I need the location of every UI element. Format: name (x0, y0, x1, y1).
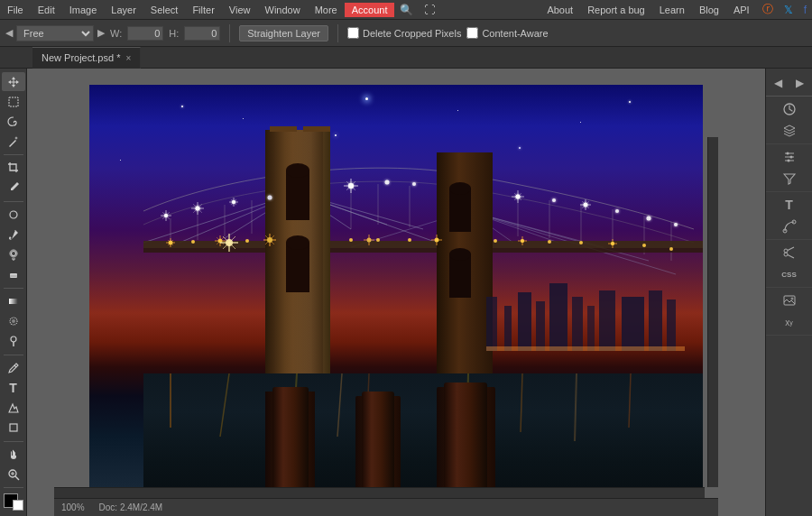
search-icon[interactable]: 🔍 (394, 2, 419, 18)
svg-point-68 (232, 200, 235, 204)
path-select-tool[interactable] (2, 399, 25, 418)
facebook-icon[interactable]: f (798, 2, 812, 18)
h-input[interactable] (184, 26, 220, 41)
zoom-tool[interactable] (2, 465, 25, 484)
document-tab[interactable]: New Project.psd * × (32, 47, 141, 69)
collapse-panel-icon[interactable]: ◀ (769, 73, 789, 93)
text-panel-icon[interactable]: T (780, 195, 799, 215)
svg-line-154 (223, 236, 235, 249)
svg-point-84 (376, 238, 380, 242)
move-tool[interactable] (2, 72, 25, 91)
magic-wand-tool[interactable] (2, 132, 25, 151)
svg-line-127 (168, 240, 173, 245)
svg-rect-25 (265, 130, 330, 392)
straighten-button[interactable]: Straighten Layer (239, 25, 328, 41)
menu-file[interactable]: File (0, 3, 31, 17)
svg-line-56 (466, 373, 468, 446)
menu-layer[interactable]: Layer (104, 3, 143, 17)
svg-line-136 (265, 235, 274, 244)
path-panel-icon[interactable] (780, 217, 799, 236)
transform-select[interactable]: Free Perspective Warp (16, 25, 94, 41)
pen-tool[interactable] (2, 359, 25, 378)
menu-more[interactable]: More (308, 3, 345, 17)
healing-tool[interactable] (2, 206, 25, 225)
h-label: H: (169, 28, 179, 39)
svg-rect-44 (587, 306, 595, 351)
shape-tool[interactable] (2, 419, 25, 438)
blur-tool[interactable] (2, 312, 25, 331)
transform-arrow-right[interactable]: ▶ (97, 27, 105, 39)
svg-point-91 (611, 242, 614, 245)
gradient-tool[interactable] (2, 292, 25, 311)
doc-size: Doc: 2.4M/2.4M (99, 502, 163, 512)
svg-point-80 (191, 240, 195, 244)
css-icon[interactable]: CSS (780, 264, 799, 284)
svg-rect-0 (9, 97, 18, 106)
content-aware-checkbox[interactable] (466, 27, 478, 39)
transform-arrow-left[interactable]: ◀ (5, 27, 13, 39)
menu-learn[interactable]: Learn (652, 3, 692, 17)
eyedropper-tool[interactable] (2, 179, 25, 198)
delete-cropped-checkbox[interactable] (347, 27, 359, 39)
canvas-area[interactable]: 100% Doc: 2.4M/2.4M (27, 69, 765, 516)
svg-point-138 (267, 237, 272, 243)
scissors-icon[interactable] (780, 243, 799, 263)
svg-point-70 (348, 183, 354, 189)
layers-icon[interactable] (780, 121, 799, 141)
menu-window[interactable]: Window (258, 3, 308, 17)
svg-point-72 (412, 182, 416, 186)
twitter-icon[interactable]: 𝕏 (779, 2, 798, 18)
brush-tool[interactable] (2, 226, 25, 244)
menu-account[interactable]: Account (345, 3, 395, 17)
svg-rect-63 (362, 392, 394, 500)
svg-point-76 (615, 209, 619, 213)
svg-line-55 (367, 373, 369, 419)
svg-point-88 (521, 239, 524, 243)
tab-label: New Project.psd * (42, 52, 120, 63)
menu-report-bug[interactable]: Report a bug (580, 3, 652, 17)
menu-view[interactable]: View (222, 3, 258, 17)
svg-rect-39 (504, 306, 512, 351)
marquee-tool[interactable] (2, 92, 25, 111)
dodge-tool[interactable] (2, 332, 25, 351)
menu-filter[interactable]: Filter (185, 3, 221, 17)
menu-select[interactable]: Select (143, 3, 186, 17)
eraser-tool[interactable] (2, 265, 25, 284)
foreground-color[interactable] (2, 492, 25, 512)
svg-point-141 (367, 238, 372, 243)
menu-edit[interactable]: Edit (31, 3, 62, 17)
svg-point-144 (435, 238, 439, 243)
image-panel-icon[interactable] (780, 290, 799, 310)
type-tool[interactable]: T (2, 379, 25, 398)
menu-image[interactable]: Image (62, 3, 105, 17)
adjustments-icon[interactable] (780, 147, 799, 167)
svg-point-113 (516, 195, 521, 199)
history-icon[interactable] (780, 99, 799, 119)
left-toolbar: T (0, 69, 27, 516)
svg-point-90 (579, 241, 583, 244)
w-input[interactable] (127, 26, 163, 41)
menu-api[interactable]: API (726, 3, 757, 17)
expand-panel-icon[interactable]: ▶ (789, 73, 809, 93)
tab-close-button[interactable]: × (125, 53, 131, 63)
svg-line-106 (346, 181, 355, 190)
svg-point-66 (164, 214, 168, 217)
menu-about[interactable]: About (540, 3, 580, 17)
vertical-scrollbar[interactable] (707, 137, 718, 487)
lasso-tool[interactable] (2, 112, 25, 131)
horizontal-scrollbar[interactable] (54, 487, 705, 498)
svg-point-69 (268, 196, 272, 200)
formula-icon[interactable]: xy (780, 312, 799, 332)
fullscreen-icon[interactable]: ⛶ (419, 2, 440, 18)
right-panel: ◀ ▶ T (765, 69, 812, 516)
menu-blog[interactable]: Blog (692, 3, 726, 17)
svg-point-74 (552, 198, 556, 202)
tab-bar: New Project.psd * × (0, 47, 812, 69)
svg-point-147 (521, 239, 524, 243)
filters-icon[interactable] (780, 169, 799, 189)
reddit-icon[interactable]: ⓡ (757, 0, 779, 19)
clone-tool[interactable] (2, 245, 25, 264)
crop-tool[interactable] (2, 159, 25, 178)
hand-tool[interactable] (2, 445, 25, 464)
right-panel-top: ◀ ▶ (766, 70, 812, 97)
